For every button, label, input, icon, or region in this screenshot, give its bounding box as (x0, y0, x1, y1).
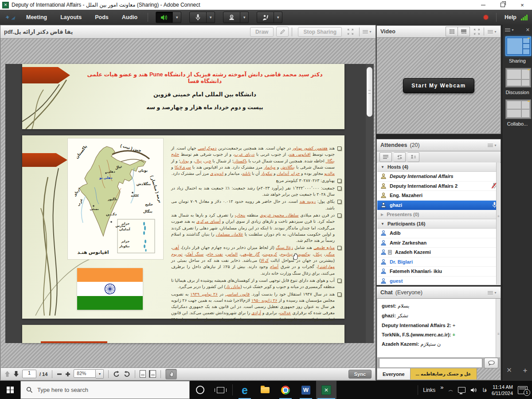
action-center-icon[interactable]: 1 (518, 386, 528, 394)
task-view-button[interactable] (210, 381, 231, 399)
attendee-row[interactable]: guest (377, 277, 500, 285)
sync-button[interactable]: Sync (348, 370, 372, 379)
raise-hand-menu-caret[interactable]: ▼ (274, 12, 282, 23)
speaker-button[interactable] (156, 12, 173, 23)
pointer-tool-button[interactable] (276, 27, 289, 37)
filmstrip-view-button[interactable] (458, 27, 470, 36)
zoom-out-icon[interactable] (57, 371, 62, 377)
raise-hand-button[interactable] (257, 12, 274, 23)
dock-add-layout-icon[interactable]: ＋ (522, 366, 528, 375)
close-button[interactable]: × (512, 0, 532, 10)
share-pod-menu-icon[interactable]: ▼ (363, 29, 372, 34)
links-toolbar-label[interactable]: Links (423, 387, 435, 393)
restore-button[interactable] (493, 0, 512, 10)
participants-section-header[interactable]: ▼ Participants (16) (377, 219, 500, 229)
webcam-menu-caret[interactable]: ▼ (240, 12, 249, 23)
attendee-row[interactable]: Adib (377, 229, 500, 238)
microphone-button[interactable] (189, 12, 207, 23)
volume-icon[interactable] (470, 387, 477, 393)
layout-collaboration[interactable]: Collabo... (505, 99, 529, 126)
send-message-button[interactable] (484, 358, 498, 368)
chat-pod-menu-icon[interactable]: ▼ (488, 290, 497, 295)
taskbar-file-explorer[interactable] (255, 381, 275, 399)
attendees-pod-menu-icon[interactable]: ▼ (488, 143, 497, 148)
map-label: خلیج (145, 202, 153, 206)
dock-close-icon[interactable]: ✕ (526, 27, 530, 33)
dock-delete-layout-icon[interactable]: ✕ (506, 366, 512, 375)
layout-discussion[interactable]: Discussion (505, 68, 529, 95)
scrollbar-thumb[interactable] (367, 67, 372, 117)
flag-green-band (77, 296, 143, 310)
chat-tab[interactable]: ... عل و جسک رضایفاطمه (411, 368, 477, 379)
device-badge-icon (388, 250, 392, 255)
menu-audio[interactable]: Audio (115, 14, 144, 20)
hosts-section-header[interactable]: ▼ Hosts (4) (377, 162, 500, 172)
chat-scrollbar[interactable]: ≡ (496, 299, 500, 357)
webcam-button[interactable] (223, 12, 240, 23)
connection-signal-icon[interactable] (521, 14, 528, 20)
menu-pods[interactable]: Pods (88, 14, 115, 20)
attendee-row[interactable]: Amir Zarkeshan (377, 238, 500, 248)
language-indicator[interactable]: فا (482, 387, 486, 393)
bullet-square-icon (337, 213, 341, 217)
breakout-view-button[interactable] (394, 152, 406, 162)
document-view[interactable]: دکتر سید محمد قاضی دانش آموخته رشته فیزی… (5, 64, 374, 343)
hidden-icons-chevron[interactable]: ︿ (448, 387, 453, 393)
zoom-select[interactable]: 82% ▼ (74, 369, 104, 379)
fullscreen-button[interactable] (344, 27, 356, 36)
cortana-button[interactable] (190, 381, 210, 399)
speech-bubble-icon (488, 360, 495, 366)
attendee-row[interactable]: Dr. Biglari (377, 257, 500, 267)
chat-text-input[interactable] (379, 358, 482, 368)
attendee-row[interactable]: Fatemeh Khanlari- ikiu (377, 267, 500, 277)
video-pod-menu-icon[interactable]: ▼ (488, 29, 497, 34)
video-fullscreen-icon[interactable] (473, 28, 480, 35)
chat-tab[interactable]: Everyone (377, 368, 411, 379)
attendees-scrollbar[interactable]: ≡ (496, 162, 500, 284)
start-webcam-button[interactable]: Start My Webcam (403, 78, 474, 93)
rotate-right-icon[interactable] (123, 371, 130, 378)
minimize-button[interactable] (473, 0, 493, 10)
hand-tool-button[interactable] (165, 369, 177, 379)
start-button[interactable] (0, 381, 20, 399)
dock-menu-icon[interactable]: ▼ (505, 28, 514, 32)
status-view-icon (411, 154, 416, 160)
network-icon[interactable] (458, 387, 466, 393)
stop-sharing-button[interactable]: Stop Sharing (298, 27, 342, 37)
status-view-button[interactable] (407, 152, 419, 162)
attendee-row[interactable]: Eng. Mazaheri (377, 191, 500, 201)
taskbar-edge[interactable]: e (235, 381, 255, 399)
document-scrollbar[interactable] (366, 64, 373, 343)
attendee-row[interactable]: Deputy International Affairs 2 (377, 182, 500, 191)
page-up-icon[interactable] (4, 371, 10, 377)
page-down-icon[interactable] (13, 371, 19, 377)
presenters-section-header[interactable]: ▶ Presenters (0) (377, 210, 500, 219)
attendee-row[interactable]: ghazi (377, 201, 500, 210)
attendee-row[interactable]: Deputy International Affairs (377, 172, 500, 182)
zoom-value[interactable]: 82% (74, 369, 96, 378)
single-page-view-icon[interactable] (140, 370, 146, 378)
links-chevron-icon[interactable]: » (440, 384, 443, 391)
menu-meeting[interactable]: Meeting (20, 14, 54, 20)
grid-view-button[interactable] (446, 27, 458, 36)
zoom-caret-icon[interactable]: ▼ (96, 369, 104, 379)
page-number-input[interactable]: 1 (22, 370, 36, 378)
zoom-in-icon[interactable] (65, 371, 70, 377)
taskbar-chrome[interactable] (275, 381, 296, 399)
menu-help[interactable]: Help (505, 14, 516, 20)
speaker-menu-caret[interactable]: ▼ (173, 12, 181, 23)
attendees-pod-title: Attendees (380, 142, 407, 148)
taskbar-search-input[interactable]: Type here to search (20, 381, 190, 399)
layout-sharing[interactable]: Sharing (505, 36, 529, 63)
attendee-row[interactable]: Azadeh Kazemi (377, 248, 500, 257)
microphone-menu-caret[interactable]: ▼ (207, 12, 215, 23)
menu-layouts[interactable]: Layouts (54, 14, 88, 20)
rotate-left-icon[interactable] (113, 371, 120, 378)
adobe-connect-logo-icon: ✦◢ (0, 14, 20, 21)
draw-button[interactable]: Draw (250, 27, 274, 37)
taskbar-word[interactable]: W (296, 381, 316, 399)
taskbar-adobe-connect[interactable]: ✕ (316, 381, 336, 399)
taskbar-clock[interactable]: 11:14 AM 6/11/2024 (492, 384, 513, 396)
list-view-button[interactable] (379, 152, 392, 162)
continuous-view-icon[interactable] (149, 370, 156, 378)
